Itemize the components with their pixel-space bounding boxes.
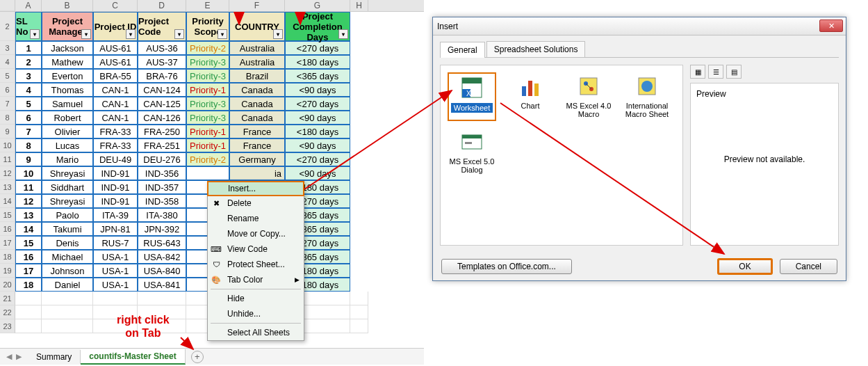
filter-icon[interactable]: ▾ xyxy=(174,29,184,39)
ctx-select-all[interactable]: Select All Sheets xyxy=(208,325,304,340)
table-row[interactable]: 3 1 Jackson AUS-61 AUS-36 Priority-2 Aus… xyxy=(0,41,424,55)
chart-icon xyxy=(518,74,543,99)
dialog-icon xyxy=(459,129,484,154)
template-intl-macro[interactable]: International Macro Sheet xyxy=(623,72,671,121)
table-row[interactable]: 5 3 Everton BRA-55 BRA-76 Priority-3 Bra… xyxy=(0,69,424,83)
table-row[interactable]: 11 9 Mario DEU-49 DEU-276 Priority-2 Ger… xyxy=(0,152,424,166)
header-sl: SL No▾ xyxy=(15,12,42,41)
chevron-right-icon: ▶ xyxy=(295,276,300,283)
view-large-icons[interactable]: ▦ xyxy=(690,65,705,79)
template-dialog5[interactable]: MS Excel 5.0 Dialog xyxy=(448,128,496,177)
table-row[interactable]: 9 7 Olivier FRA-33 FRA-250 Priority-1 Fr… xyxy=(0,125,424,138)
color-icon: 🎨 xyxy=(211,274,222,285)
ctx-unhide[interactable]: Unhide... xyxy=(208,306,304,321)
sheet-tab-strip: ◀▶ Summary countifs-Master Sheet + xyxy=(0,348,424,365)
ctx-hide[interactable]: Hide xyxy=(208,291,304,306)
table-row[interactable]: 6 4 Thomas CAN-1 CAN-124 Priority-1 Cana… xyxy=(0,83,424,97)
filter-icon[interactable]: ▾ xyxy=(81,29,91,39)
view-details[interactable]: ▤ xyxy=(726,65,742,79)
preview-message: Preview not available. xyxy=(724,154,805,164)
table-row[interactable]: 7 5 Samuel CAN-1 CAN-125 Priority-3 Cana… xyxy=(0,97,424,111)
col-G[interactable]: G xyxy=(285,0,350,11)
table-row[interactable]: 12 10 Shreyasi IND-91 IND-356 ia <90 day… xyxy=(0,166,424,180)
filter-icon[interactable]: ▾ xyxy=(218,29,227,39)
ctx-rename[interactable]: Rename xyxy=(208,211,304,226)
svg-rect-6 xyxy=(534,83,539,96)
filter-icon[interactable]: ▾ xyxy=(30,29,40,39)
table-row[interactable]: 8 6 Robert CAN-1 CAN-126 Priority-3 Cana… xyxy=(0,111,424,125)
cancel-button[interactable]: Cancel xyxy=(780,259,837,274)
lock-icon: 🛡 xyxy=(211,259,222,270)
svg-point-11 xyxy=(641,81,653,92)
header-pcode: Project Code▾ xyxy=(138,12,186,41)
col-C[interactable]: C xyxy=(93,0,138,11)
template-macro4[interactable]: MS Excel 4.0 Macro xyxy=(564,72,613,121)
templates-office-button[interactable]: Templates on Office.com... xyxy=(441,259,572,274)
col-A[interactable]: A xyxy=(15,0,42,11)
filter-icon[interactable]: ▾ xyxy=(273,29,283,39)
tab-master-sheet[interactable]: countifs-Master Sheet xyxy=(81,349,185,365)
col-B[interactable]: B xyxy=(42,0,93,11)
template-chart[interactable]: Chart xyxy=(506,72,555,121)
svg-rect-13 xyxy=(462,135,482,138)
macro-icon xyxy=(576,74,601,99)
ctx-delete[interactable]: ✖Delete xyxy=(208,196,304,211)
col-H[interactable]: H xyxy=(350,0,368,11)
insert-dialog: Insert ✕ General Spreadsheet Solutions X… xyxy=(432,17,846,281)
tab-context-menu: Insert... ✖Delete Rename Move or Copy...… xyxy=(207,181,304,341)
svg-text:X: X xyxy=(466,90,471,97)
preview-pane: Preview Preview not available. xyxy=(690,83,839,246)
table-header-row: 2 SL No▾ Project Manager▾ Project ID▾ Pr… xyxy=(0,12,424,41)
header-priority: Priority Scope▾ xyxy=(186,12,229,41)
ok-button[interactable]: OK xyxy=(717,258,772,275)
annotation-text: right clickon Tab xyxy=(117,313,170,340)
ctx-move[interactable]: Move or Copy... xyxy=(208,226,304,241)
ctx-tab-color[interactable]: 🎨Tab Color▶ xyxy=(208,272,304,287)
delete-icon: ✖ xyxy=(211,198,222,209)
dialog-title: Insert ✕ xyxy=(433,17,846,35)
view-list[interactable]: ☰ xyxy=(708,65,723,79)
dialog-tab-solutions[interactable]: Spreadsheet Solutions xyxy=(486,41,586,57)
tab-summary[interactable]: Summary xyxy=(28,350,81,364)
col-D[interactable]: D xyxy=(138,0,186,11)
header-days: Project Completion Days▾ xyxy=(285,12,350,41)
table-row[interactable]: 4 2 Mathew AUS-61 AUS-37 Priority-3 Aust… xyxy=(0,55,424,69)
header-pid: Project ID▾ xyxy=(93,12,138,41)
column-headers: A B C D E F G H xyxy=(0,0,424,12)
col-E[interactable]: E xyxy=(186,0,229,11)
svg-rect-5 xyxy=(528,81,532,96)
table-row[interactable]: 10 8 Lucas FRA-33 FRA-251 Priority-1 Fra… xyxy=(0,138,424,152)
globe-macro-icon xyxy=(634,74,660,99)
template-icon-list: X Worksheet Chart MS Excel 4.0 Macro Int… xyxy=(440,65,683,246)
header-country: COUNTRY▾ xyxy=(229,12,285,41)
filter-icon[interactable]: ▾ xyxy=(126,29,136,39)
dialog-tab-general[interactable]: General xyxy=(440,42,485,58)
filter-icon[interactable]: ▾ xyxy=(338,29,348,39)
header-pm: Project Manager▾ xyxy=(42,12,93,41)
svg-rect-4 xyxy=(522,86,526,96)
new-sheet-button[interactable]: + xyxy=(191,351,204,363)
ctx-protect[interactable]: 🛡Protect Sheet... xyxy=(208,257,304,272)
svg-rect-14 xyxy=(465,142,472,144)
worksheet-icon: X xyxy=(459,75,484,100)
ctx-insert[interactable]: Insert... xyxy=(207,181,304,196)
svg-rect-1 xyxy=(462,78,482,83)
template-worksheet[interactable]: X Worksheet xyxy=(448,72,496,121)
tab-nav[interactable]: ◀▶ xyxy=(0,352,28,361)
code-icon: ⌨ xyxy=(211,244,222,255)
col-F[interactable]: F xyxy=(229,0,285,11)
close-button[interactable]: ✕ xyxy=(819,19,843,32)
ctx-view-code[interactable]: ⌨View Code xyxy=(208,241,304,257)
